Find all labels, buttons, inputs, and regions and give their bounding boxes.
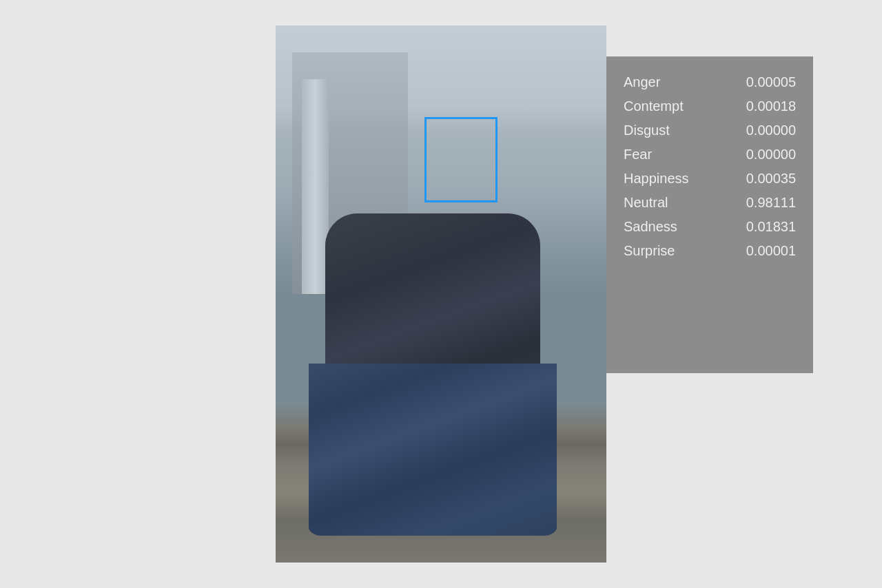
emotion-value: 0.01831 xyxy=(746,219,796,235)
main-container: Anger0.00005Contempt0.00018Disgust0.0000… xyxy=(131,25,751,563)
emotion-label: Happiness xyxy=(624,171,713,187)
emotion-label: Disgust xyxy=(624,123,713,138)
emotion-label: Neutral xyxy=(624,195,713,211)
emotion-label: Contempt xyxy=(624,98,713,114)
emotion-label: Fear xyxy=(624,147,713,162)
emotion-row: Surprise0.00001 xyxy=(624,239,796,263)
jeans-shape xyxy=(309,364,557,536)
emotion-row: Anger0.00005 xyxy=(624,70,796,94)
emotion-label: Anger xyxy=(624,74,713,90)
emotion-row: Neutral0.98111 xyxy=(624,191,796,215)
emotion-value: 0.00001 xyxy=(746,243,796,259)
emotion-panel: Anger0.00005Contempt0.00018Disgust0.0000… xyxy=(606,56,813,373)
emotion-value: 0.98111 xyxy=(746,195,796,211)
emotion-row: Happiness0.00035 xyxy=(624,167,796,191)
emotion-label: Sadness xyxy=(624,219,713,235)
emotion-value: 0.00018 xyxy=(746,98,796,114)
emotion-value: 0.00000 xyxy=(746,123,796,138)
face-bounding-box xyxy=(424,117,498,203)
emotion-row: Disgust0.00000 xyxy=(624,118,796,143)
image-wrapper: Anger0.00005Contempt0.00018Disgust0.0000… xyxy=(276,25,606,563)
emotion-row: Sadness0.01831 xyxy=(624,215,796,239)
emotion-value: 0.00035 xyxy=(746,171,796,187)
emotion-label: Surprise xyxy=(624,243,713,259)
emotion-row: Fear0.00000 xyxy=(624,143,796,167)
emotion-value: 0.00000 xyxy=(746,147,796,162)
emotion-row: Contempt0.00018 xyxy=(624,94,796,118)
emotion-value: 0.00005 xyxy=(746,74,796,90)
